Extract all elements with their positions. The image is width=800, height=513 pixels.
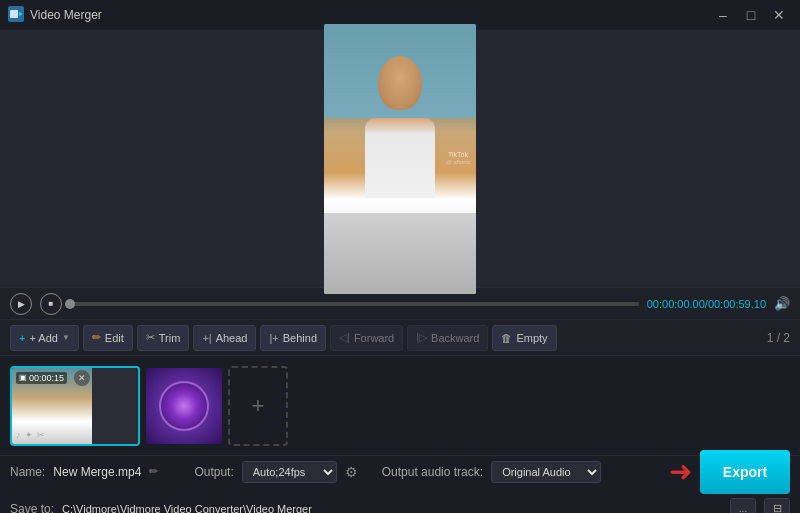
behind-label: Behind [283, 332, 317, 344]
empty-button[interactable]: 🗑 Empty [492, 325, 556, 351]
trim-button[interactable]: ✂ Trim [137, 325, 190, 351]
clip-1-extra [92, 368, 138, 444]
add-label: + Add [29, 332, 57, 344]
maximize-button[interactable]: □ [738, 5, 764, 25]
titlebar-controls: – □ ✕ [710, 5, 792, 25]
add-dropdown-icon: ▼ [62, 333, 70, 342]
behind-icon: |+ [269, 332, 278, 344]
clip-2-thumbnail [146, 368, 222, 444]
forward-label: Forward [354, 332, 394, 344]
audio-label: Output audio track: [382, 465, 483, 479]
name-label: Name: [10, 465, 45, 479]
saveto-path: C:\Vidmore\Vidmore Video Converter\Video… [62, 503, 722, 514]
clip-1-audio-icon: ♪ [16, 430, 21, 440]
clip-1-scissors-icon: ✂ [37, 430, 45, 440]
clip-1-thumbnail: ▣ 00:00:15 ✕ ♪ ✦ ✂ [12, 368, 92, 444]
name-value: New Merge.mp4 [53, 465, 141, 479]
arrow-right-icon: ➜ [669, 458, 692, 486]
page-indicator: 1 / 2 [767, 331, 790, 345]
timeline-area: ▣ 00:00:15 ✕ ♪ ✦ ✂ [0, 355, 800, 455]
volume-icon[interactable]: 🔊 [774, 296, 790, 311]
ahead-button[interactable]: +| Ahead [193, 325, 256, 351]
audio-select[interactable]: Original Audio No Audio [491, 461, 601, 483]
video-preview-area: TikTok @ shorts [0, 30, 800, 287]
edit-button[interactable]: ✏ Edit [83, 325, 133, 351]
tiktok-watermark: TikTok @ shorts [446, 151, 470, 167]
behind-button[interactable]: |+ Behind [260, 325, 326, 351]
time-display: 00:00:00.00/00:00:59.10 [647, 298, 766, 310]
clip-1-duration: ▣ 00:00:15 [16, 372, 67, 384]
ahead-icon: +| [202, 332, 211, 344]
play-button[interactable]: ▶ [10, 293, 32, 315]
folder-button[interactable]: ⊟ [764, 498, 790, 514]
export-area: ➜ Export [669, 450, 790, 494]
minimize-button[interactable]: – [710, 5, 736, 25]
edit-label: Edit [105, 332, 124, 344]
saveto-label: Save to: [10, 502, 54, 514]
app-icon [8, 6, 24, 25]
add-icon: + [19, 332, 25, 344]
bottom-row1: Name: New Merge.mp4 ✏ Output: Auto;24fps… [10, 450, 790, 494]
clip-1-star-icon: ✦ [25, 430, 33, 440]
empty-label: Empty [516, 332, 547, 344]
close-button[interactable]: ✕ [766, 5, 792, 25]
clip-1-close-button[interactable]: ✕ [74, 370, 90, 386]
stop-button[interactable]: ■ [40, 293, 62, 315]
forward-button[interactable]: ◁| Forward [330, 325, 403, 351]
clip-2[interactable] [144, 366, 224, 446]
name-edit-icon[interactable]: ✏ [149, 465, 158, 478]
ahead-label: Ahead [216, 332, 248, 344]
browse-button[interactable]: ... [730, 498, 756, 514]
clip-1[interactable]: ▣ 00:00:15 ✕ ♪ ✦ ✂ [10, 366, 140, 446]
add-button[interactable]: + + Add ▼ [10, 325, 79, 351]
bottom-row2: Save to: C:\Vidmore\Vidmore Video Conver… [10, 498, 790, 514]
output-label: Output: [194, 465, 233, 479]
video-frame: TikTok @ shorts [324, 24, 476, 294]
video-preview: TikTok @ shorts [324, 24, 476, 294]
empty-icon: 🗑 [501, 332, 512, 344]
clip-1-actions: ♪ ✦ ✂ [16, 430, 45, 440]
bottom-bar: Name: New Merge.mp4 ✏ Output: Auto;24fps… [0, 455, 800, 513]
progress-bar[interactable] [70, 302, 639, 306]
backward-icon: |▷ [416, 331, 427, 344]
edit-icon: ✏ [92, 331, 101, 344]
edit-toolbar: + + Add ▼ ✏ Edit ✂ Trim +| Ahead |+ Behi… [0, 319, 800, 355]
trim-icon: ✂ [146, 331, 155, 344]
trim-label: Trim [159, 332, 181, 344]
add-clip-button[interactable]: + [228, 366, 288, 446]
svg-rect-1 [10, 10, 18, 18]
app-title: Video Merger [30, 8, 102, 22]
gear-icon[interactable]: ⚙ [345, 464, 358, 480]
main-content: TikTok @ shorts ▶ ■ 00:00:00.00/00:00:59… [0, 30, 800, 513]
progress-thumb[interactable] [65, 299, 75, 309]
backward-label: Backward [431, 332, 479, 344]
backward-button[interactable]: |▷ Backward [407, 325, 488, 351]
export-button[interactable]: Export [700, 450, 790, 494]
forward-icon: ◁| [339, 331, 350, 344]
output-select[interactable]: Auto;24fps 1080p;30fps 720p;24fps [242, 461, 337, 483]
titlebar-left: Video Merger [8, 6, 102, 25]
